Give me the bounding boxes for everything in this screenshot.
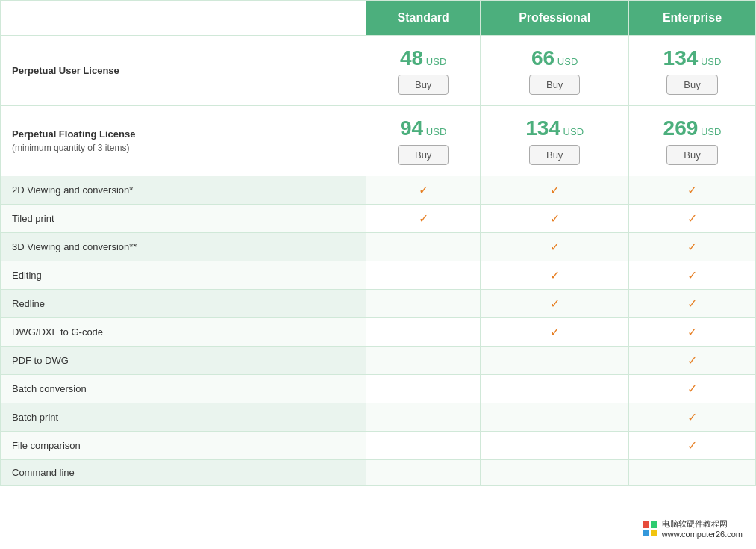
feature-name: 2D Viewing and conversion*	[1, 176, 366, 205]
feature-standard-cell	[366, 290, 481, 318]
feature-enterprise-cell: ✓	[629, 233, 756, 261]
floating-professional-price: 134	[525, 117, 560, 140]
feature-name: Command line	[1, 460, 366, 486]
professional-price: 66	[531, 46, 554, 69]
feature-standard-cell	[366, 375, 481, 403]
feature-row: Command line	[1, 460, 756, 486]
check-icon: ✓	[550, 212, 560, 225]
check-icon: ✓	[687, 439, 697, 452]
check-icon: ✓	[419, 212, 428, 225]
feature-standard-cell	[366, 233, 481, 261]
check-icon: ✓	[687, 382, 697, 395]
perpetual-floating-license-professional-cell: 134 USD Buy	[481, 106, 629, 176]
perpetual-floating-license-standard-cell: 94 USD Buy	[366, 106, 481, 176]
feature-professional-cell: ✓	[481, 290, 629, 318]
perpetual-user-license-enterprise-cell: 134 USD Buy	[629, 36, 756, 106]
feature-professional-cell	[481, 403, 629, 432]
check-icon: ✓	[687, 269, 697, 282]
check-icon: ✓	[419, 184, 428, 196]
feature-standard-cell: ✓	[366, 176, 481, 205]
feature-standard-cell	[366, 403, 481, 432]
feature-enterprise-cell: ✓	[629, 261, 756, 290]
floating-standard-usd: USD	[426, 126, 446, 137]
feature-professional-cell	[481, 460, 629, 486]
feature-enterprise-cell	[629, 460, 756, 486]
feature-row: Redline✓✓	[1, 290, 756, 318]
feature-name: Batch conversion	[1, 375, 366, 403]
check-icon: ✓	[687, 184, 697, 196]
feature-standard-cell	[366, 261, 481, 290]
professional-price-display: 66 USD	[488, 46, 621, 70]
floating-enterprise-price: 269	[663, 117, 699, 140]
header-professional: Professional	[481, 1, 629, 36]
feature-standard-cell	[366, 318, 481, 347]
feature-name: Batch print	[1, 403, 366, 432]
standard-usd: USD	[426, 56, 446, 67]
feature-name: Tiled print	[1, 205, 366, 233]
feature-professional-cell	[481, 347, 629, 375]
check-icon: ✓	[550, 297, 560, 310]
header-enterprise: Enterprise	[629, 1, 756, 36]
perpetual-user-license-standard-cell: 48 USD Buy	[366, 36, 481, 106]
enterprise-floating-buy-button[interactable]: Buy	[666, 145, 717, 165]
floating-professional-usd: USD	[563, 126, 584, 137]
check-icon: ✓	[550, 269, 560, 282]
feature-professional-cell: ✓	[481, 318, 629, 347]
check-icon: ✓	[687, 297, 697, 310]
feature-row: 3D Viewing and conversion**✓✓	[1, 233, 756, 261]
pricing-table: Standard Professional Enterprise Perpetu…	[0, 0, 756, 486]
feature-professional-cell: ✓	[481, 176, 629, 205]
enterprise-user-buy-button[interactable]: Buy	[666, 75, 717, 95]
feature-row: PDF to DWG✓	[1, 347, 756, 375]
enterprise-usd: USD	[701, 56, 721, 67]
perpetual-user-license-professional-cell: 66 USD Buy	[481, 36, 629, 106]
feature-row: Batch print✓	[1, 403, 756, 432]
perpetual-floating-license-subtitle: (minimum quantity of 3 items)	[12, 143, 358, 153]
perpetual-floating-license-label: Perpetual Floating License (minimum quan…	[1, 106, 366, 176]
header-empty	[1, 1, 366, 36]
feature-enterprise-cell: ✓	[629, 432, 756, 460]
perpetual-user-license-row: Perpetual User License 48 USD Buy 66 USD…	[1, 36, 756, 106]
feature-name: DWG/DXF to G-code	[1, 318, 366, 347]
check-icon: ✓	[687, 241, 697, 253]
perpetual-floating-license-row: Perpetual Floating License (minimum quan…	[1, 106, 756, 176]
feature-row: Batch conversion✓	[1, 375, 756, 403]
floating-enterprise-usd: USD	[701, 126, 721, 137]
check-icon: ✓	[550, 184, 560, 196]
standard-floating-buy-button[interactable]: Buy	[398, 145, 449, 165]
feature-name: Editing	[1, 261, 366, 290]
feature-enterprise-cell: ✓	[629, 347, 756, 375]
perpetual-user-license-title: Perpetual User License	[12, 65, 119, 76]
feature-row: Editing✓✓	[1, 261, 756, 290]
feature-professional-cell: ✓	[481, 233, 629, 261]
feature-enterprise-cell: ✓	[629, 176, 756, 205]
feature-row: 2D Viewing and conversion*✓✓✓	[1, 176, 756, 205]
enterprise-price-display: 134 USD	[637, 46, 748, 70]
feature-standard-cell	[366, 460, 481, 486]
floating-professional-price-display: 134 USD	[488, 117, 621, 140]
feature-enterprise-cell: ✓	[629, 403, 756, 432]
feature-professional-cell	[481, 375, 629, 403]
check-icon: ✓	[687, 354, 697, 367]
feature-standard-cell	[366, 432, 481, 460]
feature-row: File comparison✓	[1, 432, 756, 460]
standard-user-buy-button[interactable]: Buy	[398, 75, 449, 95]
check-icon: ✓	[687, 326, 697, 338]
feature-enterprise-cell: ✓	[629, 205, 756, 233]
enterprise-price: 134	[663, 46, 699, 69]
floating-enterprise-price-display: 269 USD	[637, 117, 748, 140]
perpetual-floating-license-title: Perpetual Floating License	[12, 128, 358, 140]
feature-professional-cell: ✓	[481, 205, 629, 233]
professional-floating-buy-button[interactable]: Buy	[529, 145, 580, 165]
feature-professional-cell	[481, 432, 629, 460]
standard-price: 48	[400, 46, 423, 69]
check-icon: ✓	[687, 411, 697, 424]
feature-enterprise-cell: ✓	[629, 290, 756, 318]
perpetual-user-license-label: Perpetual User License	[1, 36, 366, 106]
header-row: Standard Professional Enterprise	[1, 1, 756, 36]
check-icon: ✓	[687, 212, 697, 225]
professional-user-buy-button[interactable]: Buy	[529, 75, 580, 95]
feature-row: Tiled print✓✓✓	[1, 205, 756, 233]
check-icon: ✓	[550, 241, 560, 253]
feature-standard-cell: ✓	[366, 205, 481, 233]
